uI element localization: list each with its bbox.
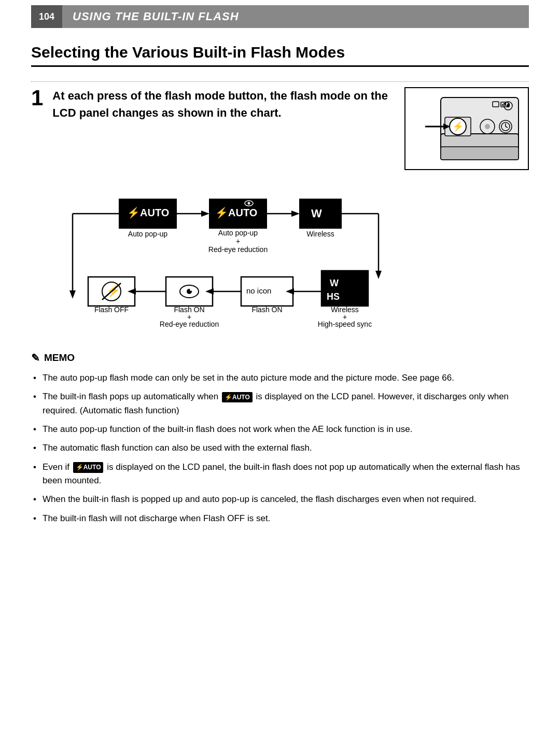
memo-item-3: The auto pop-up function of the built-in… xyxy=(31,423,529,436)
memo-item-1: The auto pop-up flash mode can only be s… xyxy=(31,371,529,385)
memo-title: ✎ MEMO xyxy=(31,352,529,364)
memo-pencil-icon: ✎ xyxy=(31,352,40,364)
page: 104 USING THE BUILT-IN FLASH Selecting t… xyxy=(0,0,560,740)
memo-list: The auto pop-up flash mode can only be s… xyxy=(31,371,529,525)
memo-item-7-text: The built-in flash will not discharge wh… xyxy=(43,513,270,523)
svg-text:Red-eye reduction: Red-eye reduction xyxy=(208,245,268,254)
svg-text:High-speed sync: High-speed sync xyxy=(318,320,372,328)
step-number: 1 xyxy=(31,87,43,109)
memo-item-6: When the built-in flash is popped up and… xyxy=(31,493,529,506)
svg-text:Red-eye reduction: Red-eye reduction xyxy=(160,320,219,328)
svg-text:Flash OFF: Flash OFF xyxy=(94,305,129,314)
memo-badge-1: ⚡AUTO xyxy=(222,392,253,403)
svg-marker-37 xyxy=(375,271,382,279)
header-title-bar: USING THE BUILT-IN FLASH xyxy=(62,5,529,28)
memo-item-2: The built-in flash pops up automatically… xyxy=(31,390,529,417)
memo-item-2-text-before: The built-in flash pops up automatically… xyxy=(43,392,221,401)
svg-rect-10 xyxy=(505,102,506,106)
svg-text:Flash ON: Flash ON xyxy=(251,305,282,314)
memo-section: ✎ MEMO The auto pop-up flash mode can on… xyxy=(31,352,529,525)
flow-diagram: ⚡AUTO ⚡AUTO W ⚡ xyxy=(57,189,503,336)
step-text: At each press of the flash mode button, … xyxy=(52,87,394,121)
svg-text:HS: HS xyxy=(327,291,340,302)
header: 104 USING THE BUILT-IN FLASH xyxy=(31,0,529,28)
memo-label: MEMO xyxy=(44,352,75,364)
memo-item-7: The built-in flash will not discharge wh… xyxy=(31,512,529,525)
memo-item-5: Even if ⚡AUTO is displayed on the LCD pa… xyxy=(31,460,529,488)
svg-text:W: W xyxy=(330,278,339,288)
camera-svg: ⚡ xyxy=(410,92,524,165)
page-number: 104 xyxy=(31,5,62,28)
svg-text:Auto pop-up: Auto pop-up xyxy=(218,229,258,237)
memo-item-4-text: The automatic flash function can also be… xyxy=(43,443,312,453)
camera-diagram: ⚡ xyxy=(404,87,529,170)
svg-text:⚡AUTO: ⚡AUTO xyxy=(127,206,169,219)
memo-item-1-text: The auto pop-up flash mode can only be s… xyxy=(43,373,454,383)
header-title: USING THE BUILT-IN FLASH xyxy=(73,10,239,23)
svg-text:⚡: ⚡ xyxy=(452,121,464,132)
svg-text:Wireless: Wireless xyxy=(306,230,334,238)
svg-marker-59 xyxy=(69,290,76,299)
svg-text:⚡AUTO: ⚡AUTO xyxy=(215,206,257,219)
svg-point-29 xyxy=(248,202,250,205)
svg-rect-9 xyxy=(503,103,505,106)
svg-text:+: + xyxy=(236,237,240,245)
svg-point-17 xyxy=(485,124,490,129)
memo-item-4: The automatic flash function can also be… xyxy=(31,441,529,455)
svg-text:W: W xyxy=(311,207,322,220)
svg-rect-22 xyxy=(441,147,519,160)
svg-marker-26 xyxy=(201,211,209,217)
memo-badge-2: ⚡AUTO xyxy=(73,462,104,473)
memo-item-5-text-after: is displayed on the LCD panel, the built… xyxy=(43,462,520,485)
svg-marker-32 xyxy=(291,211,300,217)
memo-item-3-text: The auto pop-up function of the built-in… xyxy=(43,424,413,434)
memo-item-6-text: When the built-in flash is popped up and… xyxy=(43,494,476,504)
memo-item-5-text-before: Even if xyxy=(43,462,72,472)
step1-container: 1 At each press of the flash mode button… xyxy=(31,81,529,170)
svg-rect-8 xyxy=(502,104,503,106)
svg-text:no icon: no icon xyxy=(246,286,271,295)
svg-rect-7 xyxy=(508,103,510,106)
svg-text:Auto pop-up: Auto pop-up xyxy=(128,230,167,238)
svg-point-47 xyxy=(190,289,192,291)
flow-svg: ⚡AUTO ⚡AUTO W ⚡ xyxy=(57,189,503,334)
section-title: Selecting the Various Built-in Flash Mod… xyxy=(31,44,529,67)
